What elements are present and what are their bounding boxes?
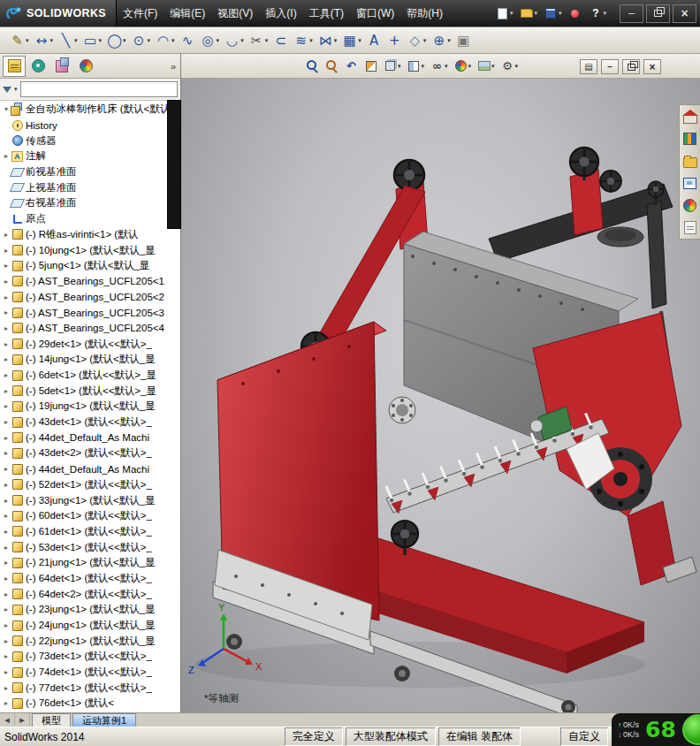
sketch-fillet-button[interactable]: ◡▾ xyxy=(222,30,247,51)
expand-arrow-icon[interactable]: ▸ xyxy=(2,324,11,332)
previous-view-button[interactable]: ↶ xyxy=(344,57,359,75)
zoom-to-area-button[interactable] xyxy=(324,57,339,75)
expand-arrow-icon[interactable]: ▸ xyxy=(2,481,11,489)
expand-arrow-icon[interactable]: ▸ xyxy=(2,465,11,473)
expand-arrow-icon[interactable]: ▸ xyxy=(2,544,11,552)
tree-item[interactable]: ▸(-) 29det<1> (默认<<默认>_ xyxy=(0,336,180,352)
design-library-button[interactable] xyxy=(681,129,700,148)
network-speed-overlay[interactable]: 0K/s 0K/s 68 xyxy=(612,713,700,746)
tree-item[interactable]: ▸(-) R锥as-virinti<1> (默认 xyxy=(0,227,180,243)
tree-item[interactable]: ▸(-) 23jung<1> (默认<默认_显 xyxy=(0,602,180,618)
tree-item[interactable]: ▸(-) 33jung<1> (默认<默认_显 xyxy=(0,492,180,508)
menu-item-0[interactable]: 文件(F) xyxy=(117,0,164,27)
tree-item[interactable]: ▸(-) 6det<1> (默认<<默认>_显 xyxy=(0,368,180,384)
expand-arrow-icon[interactable]: ▸ xyxy=(2,247,11,255)
tree-item[interactable]: ▸(-) 10jung<1> (默认<默认_显 xyxy=(0,242,180,258)
tree-item[interactable]: ▸(-) 64det<2> (默认<<默认>_ xyxy=(0,586,180,602)
zoom-to-fit-button[interactable] xyxy=(305,57,320,75)
centerpoint-arc-button[interactable]: ◠▾ xyxy=(153,30,178,51)
apply-scene-button[interactable]: ▾ xyxy=(476,57,496,75)
view-palette-button[interactable] xyxy=(681,173,700,193)
expand-arrow-icon[interactable]: ▸ xyxy=(2,152,11,160)
plane-button[interactable]: ◇▾ xyxy=(405,30,430,51)
expand-arrow-icon[interactable]: ▸ xyxy=(2,684,11,692)
expand-arrow-icon[interactable]: ▸ xyxy=(2,559,11,567)
tree-item[interactable]: ▸(-) 43det<1> (默认<<默认>_ xyxy=(0,415,180,430)
doc-restore-button[interactable] xyxy=(622,59,640,74)
appearances-scenes-button[interactable] xyxy=(681,195,700,215)
offset-entities-button[interactable]: ≋▾ xyxy=(291,30,316,51)
floating-ball-icon[interactable] xyxy=(682,714,700,745)
quick-snaps-button[interactable]: ⊕▾ xyxy=(429,30,453,51)
menu-item-5[interactable]: 窗口(W) xyxy=(350,0,400,27)
tree-item[interactable]: ▸(-) 77det<1> (默认<<默认>_ xyxy=(0,680,180,696)
save-button[interactable]: ▾ xyxy=(542,4,565,23)
expand-arrow-icon[interactable]: ▸ xyxy=(2,308,11,316)
tree-scrollbar-thumb[interactable] xyxy=(167,100,181,229)
tree-item[interactable]: 前视基准面 xyxy=(0,164,180,180)
expand-arrow-icon[interactable]: ▸ xyxy=(2,528,11,536)
expand-arrow-icon[interactable]: ▸ xyxy=(2,621,11,629)
convert-entities-button[interactable]: ⊂ xyxy=(270,30,291,51)
menu-item-3[interactable]: 插入(I) xyxy=(259,0,302,27)
text-button[interactable]: A xyxy=(364,30,384,51)
panel-tabs-overflow-button[interactable]: » xyxy=(171,61,180,72)
sketch-button[interactable]: ✎▾ xyxy=(7,30,32,51)
panel-tab-configurationmanager[interactable] xyxy=(50,56,73,77)
tree-item[interactable]: ▸(-) 53det<1> (默认<<默认>_ xyxy=(0,539,180,555)
view-settings-button[interactable]: ⚙▾ xyxy=(500,57,520,75)
expand-arrow-icon[interactable]: ▸ xyxy=(2,293,11,301)
tree-item[interactable]: ▸(-) 44det_Default_As Machi xyxy=(0,430,180,445)
menu-item-2[interactable]: 视图(V) xyxy=(211,0,259,27)
expand-arrow-icon[interactable]: ▸ xyxy=(2,262,11,270)
expand-arrow-icon[interactable]: ▸ xyxy=(2,434,11,442)
tree-item[interactable]: ▸(-) AST_Bearings_UCFL205<2 xyxy=(0,289,180,305)
point-button[interactable]: + xyxy=(384,30,405,51)
tree-item[interactable]: ▸(-) 60det<1> (默认<<默认>_ xyxy=(0,508,180,524)
tree-item[interactable]: ▸(-) 5jung<1> (默认<默认_显 xyxy=(0,258,180,274)
tree-item[interactable]: ▸(-) 43det<2> (默认<<默认>_ xyxy=(0,445,180,461)
expand-arrow-icon[interactable]: ▸ xyxy=(2,668,11,676)
tab-scroll-right-button[interactable] xyxy=(15,713,30,727)
tree-item[interactable]: ▸注解 xyxy=(0,148,180,164)
expand-arrow-icon[interactable]: ▸ xyxy=(2,371,11,379)
panel-tab-propertymanager[interactable] xyxy=(27,56,49,77)
expand-arrow-icon[interactable]: ▸ xyxy=(2,278,11,285)
doc-minimize-button[interactable] xyxy=(601,59,619,74)
expand-arrow-icon[interactable]: ▸ xyxy=(2,652,11,660)
display-style-button[interactable]: ▾ xyxy=(407,57,426,75)
tree-item[interactable]: ▸(-) 52det<1> (默认<<默认>_ xyxy=(0,477,180,493)
mirror-entities-button[interactable]: ⋈▾ xyxy=(316,30,340,51)
tree-item[interactable]: ▸(-) AST_Bearings_UCFL205<4 xyxy=(0,321,180,337)
close-button[interactable] xyxy=(673,4,696,23)
circle-button[interactable]: ◯▾ xyxy=(104,30,129,51)
expand-arrow-icon[interactable]: ▾ xyxy=(2,105,11,113)
tree-item[interactable]: ▸(-) AST_Bearings_UCFL205<3 xyxy=(0,305,180,321)
menu-item-4[interactable]: 工具(T) xyxy=(303,0,350,27)
corner-rectangle-button[interactable]: ▭▾ xyxy=(80,30,105,51)
panel-tab-featuremanager[interactable] xyxy=(3,56,26,77)
tree-item[interactable]: ▸(-) 74det<1> (默认<<默认>_ xyxy=(0,665,180,681)
filter-dropdown-icon[interactable]: ▾ xyxy=(14,86,18,93)
restore-button[interactable] xyxy=(646,4,670,23)
smart-dimension-button[interactable]: ↔▾ xyxy=(32,30,57,51)
expand-arrow-icon[interactable]: ▸ xyxy=(2,387,11,395)
minimize-button[interactable] xyxy=(620,4,643,23)
tree-item[interactable]: 右视基准面 xyxy=(0,195,180,211)
tree-item[interactable]: ▸(-) 24jung<1> (默认<默认_显 xyxy=(0,618,180,634)
sketch-picture-button[interactable]: ▣ xyxy=(453,30,474,51)
tree-filter-input[interactable] xyxy=(20,81,178,97)
hide-show-items-button[interactable]: ∞▾ xyxy=(430,57,449,75)
expand-arrow-icon[interactable]: ▸ xyxy=(2,699,11,707)
tab-motion-study-1[interactable]: 运动算例1 xyxy=(72,713,136,727)
tree-item[interactable]: ▸(-) 21jung<1> (默认<默认_显 xyxy=(0,555,180,571)
trim-entities-button[interactable]: ✂▾ xyxy=(247,30,271,51)
help-button[interactable]: ?▾ xyxy=(586,4,609,23)
expand-arrow-icon[interactable]: ▸ xyxy=(2,605,11,613)
open-button[interactable]: ▾ xyxy=(517,4,540,23)
ellipse-button[interactable]: ◎▾ xyxy=(198,30,223,51)
tab-scroll-left-button[interactable] xyxy=(0,713,15,727)
expand-arrow-icon[interactable]: ▸ xyxy=(2,575,11,582)
doc-close-button[interactable] xyxy=(643,59,661,74)
filter-funnel-icon[interactable] xyxy=(3,87,11,93)
